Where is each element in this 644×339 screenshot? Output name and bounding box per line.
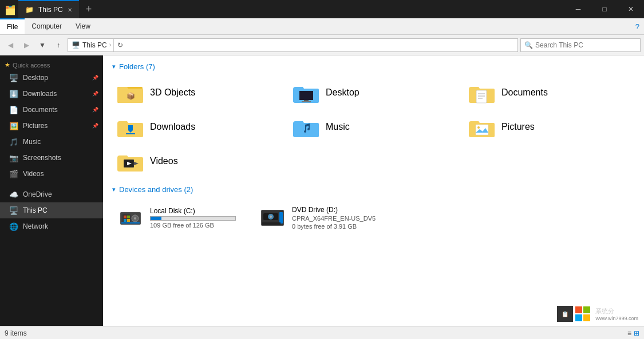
- drive-c[interactable]: Local Disk (C:) 109 GB free of 126 GB: [112, 201, 240, 235]
- folders-section-header: ▾ Folders (7): [112, 62, 635, 71]
- watermark-text-block: 系统分 www.win7999.com: [595, 307, 638, 321]
- up-button[interactable]: ↑: [52, 38, 65, 52]
- tab-close-button[interactable]: ✕: [68, 7, 72, 13]
- sidebar-downloads-label: Downloads: [23, 90, 57, 98]
- folder-downloads-name: Downloads: [150, 122, 195, 132]
- sidebar-item-videos[interactable]: 🎬 Videos: [0, 166, 103, 182]
- back-button[interactable]: ◀: [3, 38, 17, 52]
- windows-logo: [575, 306, 591, 322]
- svg-point-31: [270, 216, 272, 218]
- svg-rect-22: [121, 222, 140, 224]
- star-icon: ★: [5, 61, 10, 69]
- maximize-button[interactable]: □: [591, 0, 618, 18]
- drive-c-name: Local Disk (C:): [150, 207, 236, 215]
- svg-rect-37: [583, 314, 590, 321]
- pin-icon: 📌: [92, 75, 98, 81]
- tab-computer[interactable]: Computer: [25, 18, 69, 34]
- search-box[interactable]: 🔍: [520, 38, 641, 52]
- sidebar-item-thispc[interactable]: 🖥️ This PC: [0, 202, 103, 218]
- sidebar-item-pictures[interactable]: 🖼️ Pictures 📌: [0, 118, 103, 134]
- folder-pictures[interactable]: Pictures: [464, 112, 635, 142]
- title-tab[interactable]: 📁 This PC ✕: [18, 0, 79, 18]
- tab-folder-icon: 📁: [25, 6, 34, 14]
- help-button[interactable]: ?: [631, 18, 644, 34]
- view-icon-grid[interactable]: ⊞: [634, 329, 639, 337]
- folder-pictures-icon: [468, 115, 496, 138]
- item-count: 9 items: [5, 329, 27, 337]
- tab-file[interactable]: File: [0, 18, 25, 34]
- refresh-button[interactable]: ↻: [113, 39, 126, 51]
- pin-icon-downloads: 📌: [92, 91, 98, 97]
- folder-desktop[interactable]: Desktop: [288, 78, 459, 107]
- sidebar-item-music[interactable]: 🎵 Music: [0, 134, 103, 150]
- sidebar-desktop-label: Desktop: [23, 74, 48, 82]
- folders-grid: 📦 3D Objects Desktop: [112, 78, 635, 176]
- folder-music-icon: [293, 115, 320, 138]
- search-icon: 🔍: [524, 41, 533, 49]
- svg-rect-25: [124, 219, 127, 222]
- drive-d[interactable]: DVD Drive (D:) CPRA_X64FRE_EN-US_DV5 0 b…: [254, 201, 380, 235]
- sidebar-item-downloads[interactable]: ⬇️ Downloads 📌: [0, 86, 103, 102]
- sidebar-item-documents[interactable]: 📄 Documents 📌: [0, 102, 103, 118]
- folder-3dobjects-icon: 📦: [117, 81, 144, 104]
- tab-view[interactable]: View: [69, 18, 97, 34]
- sidebar-videos-label: Videos: [23, 170, 44, 178]
- main-layout: ★ Quick access 🖥️ Desktop 📌 ⬇️ Downloads…: [0, 55, 644, 326]
- svg-rect-6: [476, 90, 487, 103]
- drive-c-bar: [151, 217, 161, 220]
- pictures-icon: 🖼️: [9, 121, 18, 130]
- drive-d-subtitle: CPRA_X64FRE_EN-US_DV5: [292, 215, 376, 222]
- folder-music-name: Music: [326, 122, 350, 132]
- drive-d-info: DVD Drive (D:) CPRA_X64FRE_EN-US_DV5 0 b…: [292, 206, 376, 230]
- devices-label: Devices and drives (2): [119, 185, 193, 194]
- folder-downloads-icon: [117, 115, 144, 138]
- devices-arrow: ▾: [112, 186, 116, 193]
- folder-3dobjects[interactable]: 📦 3D Objects: [112, 78, 283, 107]
- sidebar-item-screenshots[interactable]: 📷 Screenshots: [0, 150, 103, 166]
- folder-desktop-name: Desktop: [326, 87, 359, 98]
- svg-text:📦: 📦: [127, 91, 135, 100]
- folder-documents[interactable]: Documents: [464, 78, 635, 107]
- dvd-icon: [259, 204, 286, 232]
- content-area: ▾ Folders (7) 📦 3D Objects: [103, 55, 644, 326]
- drive-d-free: 0 bytes free of 3.91 GB: [292, 223, 376, 230]
- forward-button[interactable]: ▶: [19, 38, 33, 52]
- sidebar-item-onedrive[interactable]: ☁️ OneDrive: [0, 186, 103, 202]
- watermark: 📋 系统分 www.win7999.com: [557, 306, 638, 322]
- add-tab-button[interactable]: +: [86, 3, 92, 15]
- svg-rect-24: [127, 216, 130, 218]
- close-button[interactable]: ✕: [618, 0, 644, 18]
- minimize-button[interactable]: ─: [565, 0, 591, 18]
- folder-documents-name: Documents: [501, 87, 548, 98]
- folder-downloads[interactable]: Downloads: [112, 112, 283, 142]
- drive-c-info: Local Disk (C:) 109 GB free of 126 GB: [150, 207, 236, 229]
- watermark-logo: 📋: [557, 306, 591, 322]
- ribbon: File Computer View ?: [0, 18, 644, 35]
- folder-music[interactable]: Music: [288, 112, 459, 142]
- drive-c-bar-container: [150, 216, 236, 221]
- svg-rect-36: [575, 314, 582, 321]
- sidebar-item-network[interactable]: 🌐 Network: [0, 218, 103, 234]
- search-input[interactable]: [535, 41, 637, 49]
- sidebar-item-desktop[interactable]: 🖥️ Desktop 📌: [0, 70, 103, 86]
- sidebar-network-label: Network: [23, 222, 48, 230]
- watermark-brand: 系统分: [595, 307, 638, 316]
- sidebar-thispc-label: This PC: [23, 206, 48, 214]
- svg-rect-35: [583, 306, 590, 313]
- onedrive-icon: ☁️: [9, 190, 18, 199]
- drives-grid: Local Disk (C:) 109 GB free of 126 GB: [112, 201, 635, 235]
- screenshots-icon: 📷: [9, 153, 18, 162]
- svg-rect-32: [279, 212, 283, 224]
- path-pc-icon: 🖥️: [72, 41, 80, 49]
- folder-documents-icon: [468, 81, 496, 104]
- dropdown-button[interactable]: ▼: [35, 38, 49, 52]
- folder-videos-icon: [117, 150, 144, 173]
- svg-point-21: [134, 217, 136, 220]
- status-right: ≡ ⊞: [627, 329, 639, 337]
- sidebar: ★ Quick access 🖥️ Desktop 📌 ⬇️ Downloads…: [0, 55, 103, 326]
- view-icon-list[interactable]: ≡: [627, 329, 631, 337]
- hdd-icon: [117, 204, 144, 232]
- address-path[interactable]: 🖥️ This PC › ↻: [68, 38, 518, 52]
- folder-videos[interactable]: Videos: [112, 146, 283, 176]
- svg-rect-23: [124, 216, 127, 218]
